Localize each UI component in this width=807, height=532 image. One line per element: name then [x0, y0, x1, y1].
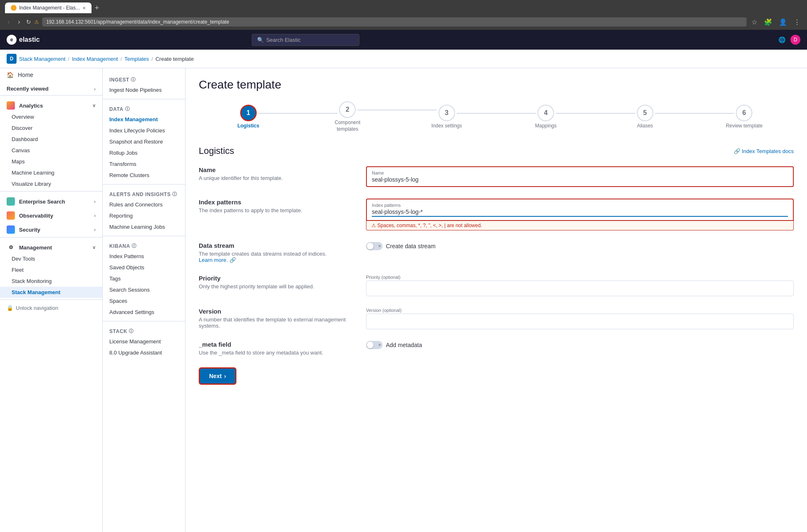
- kibana-info-icon[interactable]: ⓘ: [132, 243, 137, 249]
- mid-nav-advanced-settings[interactable]: Advanced Settings: [103, 307, 185, 318]
- step-6-review-template[interactable]: 6 Review template: [695, 105, 794, 129]
- mid-nav-remote-clusters[interactable]: Remote Clusters: [103, 170, 185, 181]
- forward-button[interactable]: ›: [15, 17, 22, 26]
- step-2-component-templates[interactable]: 2 Componenttemplates: [298, 101, 397, 132]
- index-templates-docs-link[interactable]: 🔗 Index Templates docs: [734, 148, 794, 154]
- data-stream-toggle[interactable]: ✕: [366, 242, 383, 250]
- mid-nav-reporting[interactable]: Reporting: [103, 210, 185, 221]
- data-info-icon[interactable]: ⓘ: [125, 106, 130, 112]
- meta-toggle[interactable]: ✕: [366, 341, 383, 349]
- mid-nav-section-ingest: Ingest ⓘ: [103, 73, 185, 84]
- data-stream-control-col: ✕ Create data stream: [366, 242, 794, 250]
- mid-nav-index-patterns[interactable]: Index Patterns: [103, 251, 185, 262]
- sidebar-item-machine-learning[interactable]: Machine Learning: [0, 167, 102, 178]
- mid-nav-tags[interactable]: Tags: [103, 273, 185, 284]
- name-label: Name: [199, 166, 356, 173]
- elastic-logo[interactable]: e elastic: [7, 35, 40, 45]
- meta-toggle-row: ✕ Add metadata: [366, 341, 794, 349]
- sidebar-item-discover[interactable]: Discover: [0, 122, 102, 134]
- mid-nav-license-management[interactable]: License Management: [103, 336, 185, 347]
- breadcrumb-stack-management[interactable]: Stack Management: [19, 56, 65, 62]
- next-button[interactable]: Next ›: [199, 367, 236, 385]
- name-form-row: Name A unique identifier for this templa…: [199, 166, 794, 187]
- mid-nav-divider-3: [103, 236, 185, 236]
- global-search-bar[interactable]: 🔍 Search Elastic: [252, 34, 359, 46]
- mid-nav-ingest-node-pipelines[interactable]: Ingest Node Pipelines: [103, 84, 185, 96]
- unlock-navigation[interactable]: 🔒 Unlock navigation: [0, 302, 102, 314]
- new-tab-button[interactable]: +: [95, 4, 99, 12]
- mid-nav-index-lifecycle-policies[interactable]: Index Lifecycle Policies: [103, 125, 185, 136]
- mid-nav-section-kibana: Kibana ⓘ: [103, 240, 185, 251]
- sidebar-section-security[interactable]: Security ›: [0, 221, 102, 235]
- version-input[interactable]: [366, 314, 794, 329]
- sidebar-section-enterprise-search[interactable]: Enterprise Search ›: [0, 193, 102, 207]
- security-chevron: ›: [94, 227, 96, 232]
- management-chevron: ∨: [92, 245, 96, 250]
- mid-nav-snapshot-restore[interactable]: Snapshot and Restore: [103, 136, 185, 147]
- mid-nav-rules-connectors[interactable]: Rules and Connectors: [103, 199, 185, 210]
- breadcrumb-templates[interactable]: Templates: [125, 56, 149, 62]
- back-button[interactable]: ‹: [5, 17, 12, 26]
- sidebar-item-canvas[interactable]: Canvas: [0, 145, 102, 156]
- mid-nav-rollup-jobs[interactable]: Rollup Jobs: [103, 147, 185, 158]
- toggle-knob: [367, 243, 373, 249]
- bookmark-icon[interactable]: ☆: [750, 18, 759, 26]
- step-3-index-settings[interactable]: 3 Index settings: [397, 105, 496, 129]
- sidebar-item-visualize-library[interactable]: Visualize Library: [0, 178, 102, 189]
- sidebar-section-management[interactable]: ⚙ Management ∨: [0, 239, 102, 253]
- index-patterns-input[interactable]: [372, 208, 788, 217]
- ingest-info-icon[interactable]: ⓘ: [131, 77, 136, 83]
- breadcrumb-index-management[interactable]: Index Management: [72, 56, 118, 62]
- step-1-logistics[interactable]: 1 Logistics: [199, 105, 298, 129]
- name-field-wrapper: Name: [366, 166, 794, 187]
- tab-close-button[interactable]: ✕: [82, 6, 86, 10]
- profile-icon[interactable]: 👤: [777, 18, 789, 26]
- mid-nav-ml-jobs[interactable]: Machine Learning Jobs: [103, 221, 185, 232]
- toggle-x-icon: ✕: [378, 244, 381, 248]
- mid-nav-search-sessions[interactable]: Search Sessions: [103, 284, 185, 295]
- sidebar-item-fleet[interactable]: Fleet: [0, 264, 102, 276]
- sidebar-section-observability[interactable]: Observability ›: [0, 207, 102, 221]
- meta-control-col: ✕ Add metadata: [366, 341, 794, 349]
- stack-info-icon[interactable]: ⓘ: [129, 328, 134, 334]
- data-stream-learn-more[interactable]: Learn more. 🔗: [199, 257, 356, 263]
- sidebar-item-stack-management[interactable]: Stack Management: [0, 287, 102, 298]
- extensions-icon[interactable]: 🧩: [762, 18, 774, 26]
- docs-link-icon: 🔗: [734, 148, 740, 154]
- sidebar-item-stack-monitoring[interactable]: Stack Monitoring: [0, 276, 102, 287]
- sidebar-recently-viewed[interactable]: Recently viewed ›: [0, 81, 102, 93]
- globe-icon[interactable]: 🌐: [778, 36, 785, 43]
- sidebar-item-maps[interactable]: Maps: [0, 156, 102, 167]
- mid-nav-upgrade-assistant[interactable]: 8.0 Upgrade Assistant: [103, 347, 185, 358]
- browser-menu-icon[interactable]: ⋮: [792, 18, 802, 26]
- browser-tab[interactable]: Index Management - Elas... ✕: [5, 2, 92, 13]
- reload-button[interactable]: ↻: [26, 19, 31, 25]
- version-description: A number that identifies the template to…: [199, 316, 356, 329]
- priority-input[interactable]: [366, 280, 794, 296]
- user-avatar-icon[interactable]: D: [790, 35, 800, 45]
- sidebar-item-dashboard[interactable]: Dashboard: [0, 134, 102, 145]
- index-patterns-label: Index patterns: [199, 199, 356, 206]
- step-4-label: Mappings: [535, 123, 556, 129]
- sidebar-item-overview[interactable]: Overview: [0, 111, 102, 122]
- mid-nav-saved-objects[interactable]: Saved Objects: [103, 262, 185, 273]
- mid-nav-spaces[interactable]: Spaces: [103, 295, 185, 307]
- sidebar-section-analytics[interactable]: Analytics ∨: [0, 97, 102, 111]
- mid-nav-transforms[interactable]: Transforms: [103, 158, 185, 170]
- sidebar-item-dev-tools[interactable]: Dev Tools: [0, 253, 102, 264]
- step-4-mappings[interactable]: 4 Mappings: [496, 105, 596, 129]
- home-icon: 🏠: [7, 72, 14, 78]
- version-label-col: Version A number that identifies the tem…: [199, 308, 356, 329]
- step-2-label: Componenttemplates: [335, 120, 360, 132]
- mid-nav-divider-2: [103, 184, 185, 185]
- address-input[interactable]: [42, 17, 747, 26]
- sidebar-item-home[interactable]: 🏠 Home: [0, 68, 102, 81]
- name-input[interactable]: [372, 176, 788, 183]
- name-description: A unique identifier for this template.: [199, 175, 356, 181]
- breadcrumb-avatar[interactable]: D: [7, 54, 17, 64]
- mid-nav-section-stack: Stack ⓘ: [103, 325, 185, 336]
- mid-nav-index-management[interactable]: Index Management: [103, 114, 185, 125]
- alerts-info-icon[interactable]: ⓘ: [172, 191, 177, 197]
- step-5-aliases[interactable]: 5 Aliases: [595, 105, 695, 129]
- meta-label: _meta field: [199, 341, 356, 348]
